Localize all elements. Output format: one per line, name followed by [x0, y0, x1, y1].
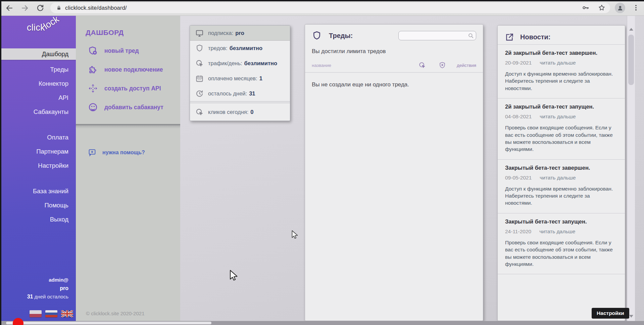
- url-text[interactable]: clicklock.site/dashboard/: [65, 5, 127, 11]
- bookmark-star-icon[interactable]: [598, 4, 605, 13]
- news-item: Закрытый бета-тест завершен. 09-05-2021 …: [498, 159, 625, 213]
- move-arrows-icon: [88, 83, 98, 93]
- sidebar-item-threads[interactable]: Треды: [0, 63, 76, 77]
- threads-search-input[interactable]: [398, 31, 476, 40]
- news-item-date: 24-11-2020: [505, 229, 531, 235]
- sidebar-item-subaccounts[interactable]: Сабакаунты: [0, 105, 76, 119]
- frame-edge: [0, 0, 1, 325]
- actions-panel: ДАШБОРД новый тред новое подключение: [76, 16, 180, 321]
- stat-value: 31: [249, 90, 255, 97]
- stat-paid-months: оплачено месяцев: 1: [190, 71, 290, 86]
- scroll-down-icon[interactable]: [629, 315, 633, 318]
- settings-tooltip[interactable]: Настройки: [592, 308, 629, 319]
- password-key-icon[interactable]: [582, 4, 589, 13]
- news-title: Новости:: [520, 33, 551, 41]
- clicks-column-icon[interactable]: [418, 62, 426, 69]
- horizontal-scrollbar[interactable]: [0, 321, 644, 325]
- click-icon: [195, 108, 204, 116]
- calendar-icon: [195, 74, 204, 83]
- subscription-stats-card: подписка: pro тредов: безлимитно трафик/…: [190, 25, 290, 121]
- create-api-access-action[interactable]: создать доступ API: [76, 79, 180, 98]
- address-bar[interactable]: clicklock.site/dashboard/: [50, 3, 610, 13]
- sidebar-item-connector[interactable]: Коннектор: [0, 77, 76, 91]
- news-item: 2й закрытый бета-тест завершен. 20-09-20…: [498, 44, 625, 98]
- need-help-link[interactable]: нужна помощь?: [88, 148, 180, 157]
- language-switcher: [30, 310, 73, 317]
- sidebar-item-help[interactable]: Помощь: [0, 198, 76, 212]
- copyright: © clicklock.site 2020-2021: [86, 311, 144, 316]
- browser-window: clicklock.site/dashboard/ click lock: [0, 0, 644, 325]
- horizontal-scrollbar-thumb[interactable]: [6, 322, 211, 324]
- news-item-date: 20-09-2021: [505, 60, 532, 66]
- sidebar-item-partners[interactable]: Партнерам: [0, 145, 76, 159]
- new-thread-label: новый тред: [104, 47, 139, 54]
- shield-icon: [195, 44, 204, 52]
- add-subaccount-action[interactable]: добавить сабаканут: [76, 98, 180, 117]
- news-item-body: Доступ к функциям временно заблокирован.…: [505, 70, 617, 92]
- browser-menu-icon[interactable]: [632, 4, 640, 11]
- stat-clicks-today: кликов сегодня: 0: [190, 103, 290, 121]
- uk-flag-icon[interactable]: [61, 310, 73, 317]
- sidebar-item-payment[interactable]: Оплата: [0, 130, 76, 145]
- news-item: 2й закрытый бета-тест запущен. 04-08-202…: [498, 98, 625, 159]
- column-name[interactable]: название: [312, 63, 418, 68]
- reload-icon[interactable]: [36, 3, 45, 13]
- scroll-up-icon[interactable]: [629, 28, 633, 31]
- news-item-body: Проверь свои входящие сообщения. Если у …: [505, 124, 617, 153]
- profile-avatar[interactable]: [615, 3, 625, 13]
- forward-icon[interactable]: [20, 3, 30, 13]
- mouse-cursor: [229, 270, 239, 283]
- browser-toolbar: clicklock.site/dashboard/: [0, 0, 644, 16]
- read-more-link[interactable]: читать дальше: [540, 114, 576, 120]
- sidebar-item-api[interactable]: API: [0, 91, 76, 105]
- new-connection-label: новое подключение: [104, 66, 163, 73]
- news-item-body: Проверь свои входящие сообщения. Если у …: [505, 239, 617, 268]
- read-more-link[interactable]: читать дальше: [539, 229, 575, 235]
- days-text: дней осталось: [35, 294, 68, 299]
- read-more-link[interactable]: читать дальше: [540, 175, 576, 181]
- frame-edge: [0, 0, 644, 1]
- sidebar-item-knowledge-base[interactable]: База знаний: [0, 184, 76, 198]
- new-thread-action[interactable]: новый тред: [76, 41, 180, 60]
- back-icon[interactable]: [5, 3, 14, 13]
- days-number: 31: [27, 294, 33, 299]
- column-actions[interactable]: действия: [457, 63, 476, 68]
- sidebar-item-logout[interactable]: Выход: [0, 212, 76, 227]
- account-plan: pro: [27, 284, 68, 292]
- stat-threads: тредов: безлимитно: [190, 41, 290, 56]
- vertical-scrollbar[interactable]: [627, 16, 635, 321]
- news-item-title: 2й закрытый бета-тест завершен.: [505, 50, 617, 56]
- stat-value: 1: [259, 75, 262, 82]
- logo-text-click: click: [27, 23, 45, 33]
- shield-plus-icon: [88, 46, 98, 56]
- news-panel-footer: [498, 274, 625, 301]
- news-item-title: Закрытый бета-тест завершен.: [505, 165, 617, 171]
- shield-icon: [312, 31, 322, 41]
- threads-table-header: название действия: [305, 55, 483, 73]
- account-days-left: 31 дней осталось: [27, 292, 68, 301]
- search-icon[interactable]: [468, 33, 474, 39]
- news-item-title: Закрытый бета-тест запущен.: [505, 218, 617, 225]
- stat-value: pro: [235, 30, 244, 36]
- new-connection-action[interactable]: новое подключение: [76, 60, 180, 79]
- clicklock-logo[interactable]: click lock: [27, 23, 45, 33]
- news-item-title: 2й закрытый бета-тест запущен.: [505, 104, 617, 110]
- stat-value: безлимитно: [244, 60, 277, 67]
- scrollbar-thumb[interactable]: [628, 35, 634, 85]
- news-item-date: 09-05-2021: [505, 175, 532, 181]
- stat-days-left: осталось дней: 31: [190, 86, 290, 101]
- shield-star-column-icon[interactable]: [439, 62, 446, 69]
- sidebar-item-dashboard[interactable]: Дашборд: [0, 48, 76, 60]
- read-more-link[interactable]: читать дальше: [540, 60, 576, 66]
- russia-flag-icon[interactable]: [45, 310, 57, 317]
- puzzle-icon: [88, 65, 98, 75]
- page-title: ДАШБОРД: [86, 29, 180, 37]
- poland-flag-icon[interactable]: [30, 310, 42, 317]
- sidebar-item-settings[interactable]: Настройки: [0, 159, 76, 173]
- account-email: admin@: [27, 276, 68, 284]
- stat-label: кликов сегодня:: [208, 109, 248, 115]
- stat-value: безлимитно: [230, 45, 262, 51]
- monitor-icon: [195, 29, 204, 37]
- face-icon: [88, 102, 98, 112]
- main-content: подписка: pro тредов: безлимитно трафик/…: [180, 16, 644, 321]
